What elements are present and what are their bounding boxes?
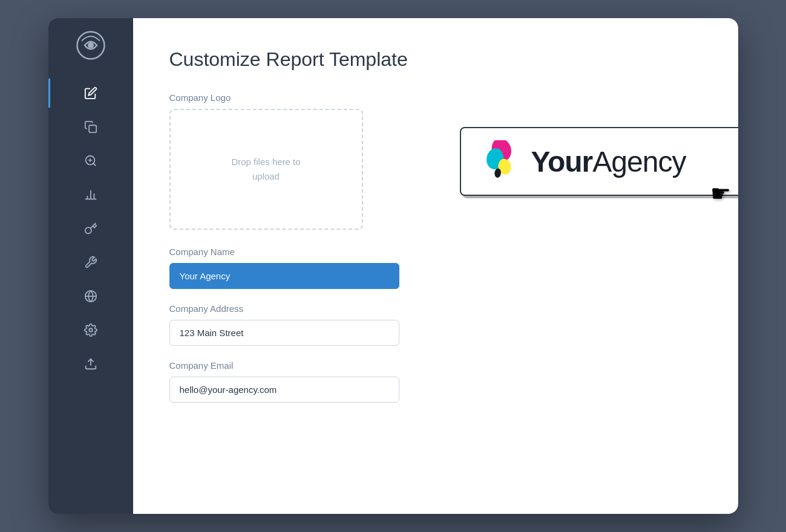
sidebar-logo (76, 30, 106, 60)
main-content: Customize Report Template Company Logo D… (133, 18, 738, 514)
gear-icon (84, 323, 98, 337)
company-address-label: Company Address (169, 303, 411, 314)
hand-cursor-icon: ☛ (710, 180, 731, 207)
sidebar-item-search[interactable] (48, 146, 133, 175)
app-wrapper: Customize Report Template Company Logo D… (48, 18, 738, 514)
sidebar (48, 18, 133, 514)
agency-logo-svg (479, 140, 522, 183)
sidebar-item-globe[interactable] (48, 282, 133, 311)
sidebar-item-copy[interactable] (48, 112, 133, 141)
globe-icon (84, 289, 98, 303)
logo-dropzone[interactable]: Drop files here toupload (169, 109, 363, 230)
svg-rect-2 (89, 125, 96, 132)
logo-label: Company Logo (169, 92, 411, 103)
svg-line-4 (93, 163, 96, 166)
page-title: Customize Report Template (169, 48, 702, 71)
key-icon (84, 221, 98, 236)
sidebar-item-settings[interactable] (48, 316, 133, 345)
company-email-input[interactable] (169, 377, 399, 403)
logo-preview-popup: YourAgency ☛ (460, 127, 738, 196)
agency-logo-text: YourAgency (531, 145, 686, 178)
sidebar-item-chart[interactable] (48, 180, 133, 209)
company-name-input[interactable] (169, 263, 399, 289)
agency-name-rest: Agency (592, 146, 686, 178)
svg-point-13 (89, 328, 93, 332)
chart-icon (84, 187, 98, 202)
sidebar-item-upload[interactable] (48, 349, 133, 378)
sidebar-item-build[interactable] (48, 248, 133, 277)
svg-point-1 (88, 42, 94, 48)
company-address-group: Company Address (169, 303, 411, 346)
sidebar-item-key[interactable] (48, 214, 133, 243)
sidebar-nav (48, 79, 133, 378)
company-name-label: Company Name (169, 247, 411, 257)
copy-icon (84, 120, 98, 134)
search-icon (84, 154, 98, 168)
tool-icon (84, 255, 98, 270)
sidebar-item-edit[interactable] (48, 79, 133, 108)
company-email-label: Company Email (169, 360, 411, 371)
company-address-input[interactable] (169, 320, 399, 346)
company-email-group: Company Email (169, 360, 411, 403)
company-name-group: Company Name (169, 247, 411, 289)
edit-icon (84, 86, 98, 100)
dropzone-text: Drop files here toupload (231, 155, 300, 184)
logo-section: Company Logo Drop files here toupload Co… (169, 92, 411, 403)
agency-name-bold: Your (531, 146, 593, 178)
upload-icon (84, 357, 98, 371)
